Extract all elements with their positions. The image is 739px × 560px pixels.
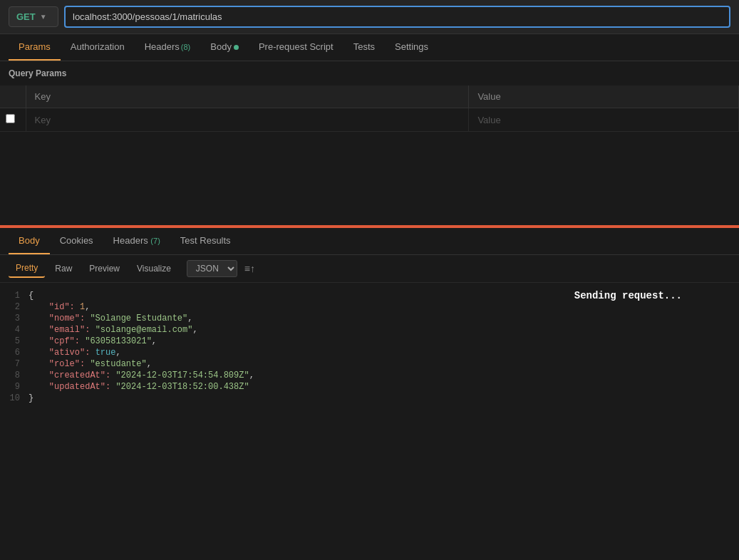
line-content: "role": "estudante", (29, 359, 739, 369)
method-label: GET (16, 11, 36, 22)
row-checkbox[interactable] (0, 108, 26, 132)
line-number: 3 (0, 313, 29, 323)
tab-headers[interactable]: Headers(8) (135, 34, 201, 61)
line-number: 10 (0, 393, 29, 403)
resp-tab-raw[interactable]: Raw (48, 260, 79, 277)
filter-icon[interactable]: ≡↑ (244, 263, 255, 274)
tab-authorization[interactable]: Authorization (61, 34, 135, 61)
body-dot-icon (234, 45, 239, 50)
request-tabs: Params Authorization Headers(8) Body Pre… (0, 34, 739, 61)
top-bar: GET ▼ (0, 0, 739, 34)
response-tabs: Body Cookies Headers (7) Test Results (0, 228, 739, 255)
code-line: 5 "cpf": "63058133021", (0, 336, 739, 347)
tab-body[interactable]: Body (200, 34, 249, 61)
params-key-header: Key (26, 85, 469, 108)
line-number: 9 (0, 382, 29, 392)
params-table: Key Value Key Value (0, 85, 739, 132)
line-number: 4 (0, 325, 29, 335)
line-content: "createdAt": "2024-12-03T17:54:54.809Z", (29, 370, 739, 380)
tab-tests[interactable]: Tests (343, 34, 385, 61)
line-number: 1 (0, 291, 29, 301)
code-line: 3 "nome": "Solange Estudante", (0, 313, 739, 324)
params-value-header: Value (469, 85, 739, 108)
response-tab-headers[interactable]: Headers (7) (103, 228, 170, 254)
code-line: 2 "id": 1, (0, 301, 739, 313)
resp-tab-preview[interactable]: Preview (82, 260, 127, 277)
resp-tab-visualize[interactable]: Visualize (130, 260, 178, 277)
code-line: 7 "role": "estudante", (0, 358, 739, 370)
query-params-label: Query Params (0, 61, 739, 85)
resp-tab-pretty[interactable]: Pretty (9, 259, 45, 278)
code-line: 6 "ativo": true, (0, 347, 739, 358)
line-number: 2 (0, 302, 29, 312)
line-number: 8 (0, 370, 29, 380)
response-code-area: 1{2 "id": 1,3 "nome": "Solange Estudante… (0, 283, 739, 442)
sending-message: Sending request... (574, 290, 682, 301)
line-content: } (29, 393, 739, 403)
row-value[interactable]: Value (469, 108, 739, 132)
line-content: "id": 1, (29, 302, 739, 312)
tab-params[interactable]: Params (9, 34, 61, 61)
url-input[interactable] (64, 6, 730, 28)
row-checkbox-input[interactable] (6, 114, 15, 123)
code-line: 10} (0, 393, 739, 404)
response-tab-body[interactable]: Body (9, 228, 50, 254)
code-line: 8 "createdAt": "2024-12-03T17:54:54.809Z… (0, 370, 739, 381)
query-params-section: Query Params Key Value Key (0, 61, 739, 225)
tab-settings[interactable]: Settings (385, 34, 438, 61)
line-content: "cpf": "63058133021", (29, 336, 739, 346)
format-select[interactable]: JSON XML Text (187, 260, 237, 277)
params-check-header (0, 85, 26, 108)
table-row: Key Value (0, 108, 739, 132)
chevron-down-icon: ▼ (40, 13, 47, 21)
code-line: 4 "email": "solange@email.com", (0, 324, 739, 336)
line-number: 5 (0, 336, 29, 346)
line-content: "updatedAt": "2024-12-03T18:52:00.438Z" (29, 382, 739, 392)
row-key[interactable]: Key (26, 108, 469, 132)
method-dropdown[interactable]: GET ▼ (9, 6, 58, 27)
response-tab-test-results[interactable]: Test Results (170, 228, 241, 254)
response-tab-cookies[interactable]: Cookies (50, 228, 103, 254)
response-toolbar: Pretty Raw Preview Visualize JSON XML Te… (0, 255, 739, 283)
response-section: Body Cookies Headers (7) Test Results Pr… (0, 228, 739, 442)
code-line: 9 "updatedAt": "2024-12-03T18:52:00.438Z… (0, 381, 739, 393)
line-content: "email": "solange@email.com", (29, 325, 739, 335)
line-number: 6 (0, 348, 29, 358)
line-number: 7 (0, 359, 29, 369)
tab-prerequest[interactable]: Pre-request Script (249, 34, 343, 61)
line-content: "ativo": true, (29, 348, 739, 358)
line-content: "nome": "Solange Estudante", (29, 313, 739, 323)
